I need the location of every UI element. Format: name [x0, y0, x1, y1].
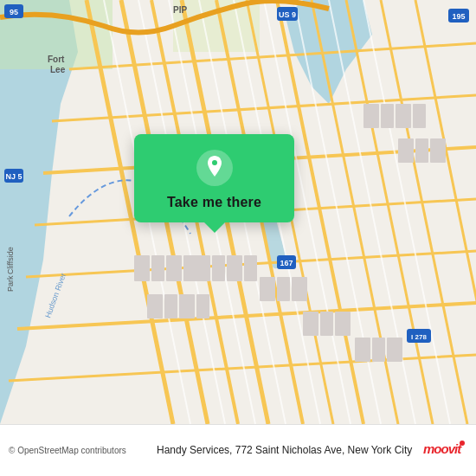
svg-rect-64: [277, 277, 290, 301]
svg-rect-72: [363, 104, 379, 128]
location-icon-container: [196, 150, 233, 186]
moovit-brand-text: moovit: [422, 439, 467, 463]
svg-point-79: [212, 160, 217, 165]
svg-rect-63: [260, 277, 275, 301]
svg-text:NJ 5: NJ 5: [5, 172, 22, 181]
address-label: Handy Services, 772 Saint Nicholas Ave, …: [146, 443, 422, 458]
svg-text:Cliffside: Cliffside: [6, 247, 15, 274]
svg-rect-61: [227, 255, 242, 281]
svg-rect-75: [413, 104, 426, 128]
moovit-svg: moovit: [422, 439, 467, 458]
svg-rect-77: [415, 138, 428, 163]
svg-rect-59: [195, 255, 210, 281]
svg-rect-74: [396, 104, 411, 128]
svg-text:Lee: Lee: [50, 65, 66, 74]
svg-rect-78: [430, 138, 446, 163]
svg-rect-51: [134, 255, 150, 281]
svg-rect-54: [183, 255, 196, 281]
svg-text:95: 95: [10, 8, 18, 16]
svg-text:I 278: I 278: [411, 333, 427, 341]
svg-text:moovit: moovit: [423, 441, 462, 456]
svg-rect-58: [196, 294, 209, 318]
svg-rect-70: [372, 338, 385, 362]
svg-rect-52: [151, 255, 164, 281]
svg-rect-57: [179, 294, 195, 318]
svg-text:195: 195: [452, 12, 465, 21]
svg-text:Park: Park: [6, 275, 15, 292]
attribution: © OpenStreetMap contributors: [9, 446, 146, 455]
svg-rect-73: [381, 104, 394, 128]
moovit-logo: moovit: [422, 439, 467, 463]
svg-rect-69: [355, 338, 370, 362]
svg-text:167: 167: [280, 259, 293, 267]
attribution-text: © OpenStreetMap contributors: [9, 446, 126, 455]
bottom-bar: © OpenStreetMap contributors Handy Servi…: [0, 424, 476, 476]
location-pin-icon: [204, 156, 225, 180]
svg-rect-68: [335, 312, 351, 336]
svg-text:US 9: US 9: [279, 10, 296, 19]
svg-rect-66: [303, 312, 318, 336]
svg-rect-71: [387, 338, 402, 362]
svg-rect-76: [398, 138, 414, 163]
svg-rect-55: [147, 294, 163, 318]
svg-rect-67: [320, 312, 333, 336]
navigation-popup[interactable]: Take me there: [134, 134, 294, 222]
svg-rect-56: [164, 294, 177, 318]
svg-rect-53: [166, 255, 182, 281]
svg-rect-62: [244, 255, 257, 281]
svg-text:PIP: PIP: [173, 5, 187, 15]
svg-text:Fort: Fort: [48, 55, 65, 64]
svg-rect-60: [212, 255, 225, 281]
take-me-there-button[interactable]: Take me there: [167, 195, 261, 210]
map-view[interactable]: 95 195 US 9 NJ 5 167 I 278 Fort Lee Clif…: [0, 0, 476, 424]
svg-rect-65: [292, 277, 307, 301]
svg-point-81: [460, 441, 465, 446]
